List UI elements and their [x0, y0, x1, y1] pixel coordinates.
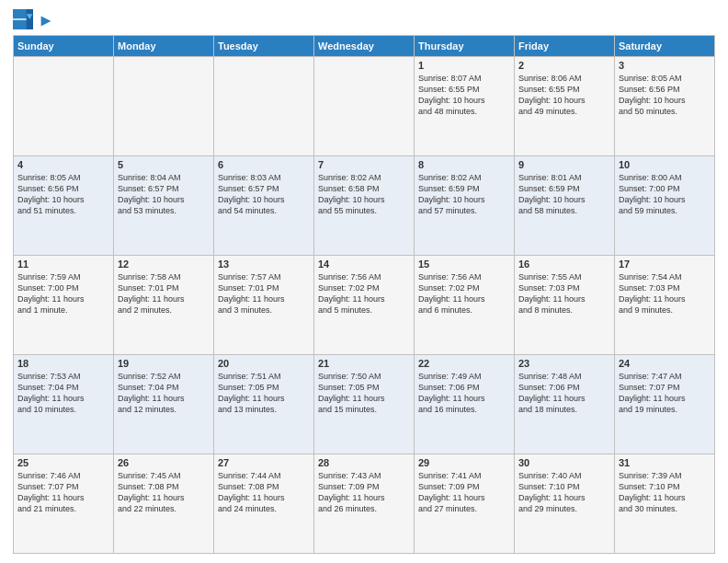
calendar-cell: 10Sunrise: 8:00 AM Sunset: 7:00 PM Dayli… — [615, 156, 715, 256]
weekday-header-monday: Monday — [114, 36, 214, 57]
calendar-cell: 7Sunrise: 8:02 AM Sunset: 6:58 PM Daylig… — [314, 156, 415, 256]
svg-marker-4 — [41, 17, 51, 27]
logo-icon — [13, 9, 33, 29]
day-info: Sunrise: 8:02 AM Sunset: 6:59 PM Dayligh… — [418, 172, 510, 217]
day-number: 19 — [118, 358, 210, 369]
calendar-cell: 8Sunrise: 8:02 AM Sunset: 6:59 PM Daylig… — [415, 156, 515, 256]
day-info: Sunrise: 7:58 AM Sunset: 7:01 PM Dayligh… — [118, 271, 210, 316]
calendar-cell: 12Sunrise: 7:58 AM Sunset: 7:01 PM Dayli… — [114, 256, 214, 355]
logo-arrow-icon — [38, 13, 54, 29]
logo-text — [37, 13, 55, 26]
calendar-week-5: 25Sunrise: 7:46 AM Sunset: 7:07 PM Dayli… — [14, 454, 715, 554]
day-number: 28 — [318, 457, 410, 468]
day-number: 25 — [17, 457, 109, 468]
day-info: Sunrise: 7:53 AM Sunset: 7:04 PM Dayligh… — [17, 371, 109, 416]
weekday-header-saturday: Saturday — [615, 36, 715, 57]
weekday-header-sunday: Sunday — [14, 36, 114, 57]
weekday-row: SundayMondayTuesdayWednesdayThursdayFrid… — [14, 36, 715, 57]
day-info: Sunrise: 7:49 AM Sunset: 7:06 PM Dayligh… — [418, 371, 510, 416]
day-number: 11 — [17, 259, 109, 270]
day-info: Sunrise: 7:52 AM Sunset: 7:04 PM Dayligh… — [118, 371, 210, 416]
day-info: Sunrise: 7:48 AM Sunset: 7:06 PM Dayligh… — [518, 371, 610, 416]
day-info: Sunrise: 7:55 AM Sunset: 7:03 PM Dayligh… — [518, 271, 610, 316]
day-number: 17 — [619, 259, 711, 270]
day-number: 10 — [619, 159, 711, 170]
calendar-cell: 16Sunrise: 7:55 AM Sunset: 7:03 PM Dayli… — [515, 256, 615, 355]
day-info: Sunrise: 8:06 AM Sunset: 6:55 PM Dayligh… — [518, 73, 610, 118]
day-number: 4 — [17, 159, 109, 170]
calendar-cell: 9Sunrise: 8:01 AM Sunset: 6:59 PM Daylig… — [515, 156, 615, 256]
calendar-cell: 17Sunrise: 7:54 AM Sunset: 7:03 PM Dayli… — [615, 256, 715, 355]
day-info: Sunrise: 7:50 AM Sunset: 7:05 PM Dayligh… — [318, 371, 410, 416]
day-info: Sunrise: 7:54 AM Sunset: 7:03 PM Dayligh… — [619, 271, 711, 316]
day-number: 5 — [118, 159, 210, 170]
calendar-cell: 30Sunrise: 7:40 AM Sunset: 7:10 PM Dayli… — [515, 454, 615, 554]
calendar-cell: 14Sunrise: 7:56 AM Sunset: 7:02 PM Dayli… — [314, 256, 415, 355]
weekday-header-tuesday: Tuesday — [214, 36, 314, 57]
calendar-cell: 1Sunrise: 8:07 AM Sunset: 6:55 PM Daylig… — [415, 57, 515, 156]
calendar-week-4: 18Sunrise: 7:53 AM Sunset: 7:04 PM Dayli… — [14, 355, 715, 454]
day-number: 7 — [318, 159, 410, 170]
calendar-cell — [314, 57, 415, 156]
calendar-cell: 23Sunrise: 7:48 AM Sunset: 7:06 PM Dayli… — [515, 355, 615, 454]
calendar-week-3: 11Sunrise: 7:59 AM Sunset: 7:00 PM Dayli… — [14, 256, 715, 355]
day-number: 6 — [218, 159, 310, 170]
calendar-cell: 15Sunrise: 7:56 AM Sunset: 7:02 PM Dayli… — [415, 256, 515, 355]
calendar-cell — [114, 57, 214, 156]
day-info: Sunrise: 7:46 AM Sunset: 7:07 PM Dayligh… — [17, 470, 109, 515]
calendar-cell: 21Sunrise: 7:50 AM Sunset: 7:05 PM Dayli… — [314, 355, 415, 454]
calendar-cell: 27Sunrise: 7:44 AM Sunset: 7:08 PM Dayli… — [214, 454, 314, 554]
day-number: 15 — [418, 259, 510, 270]
calendar-week-1: 1Sunrise: 8:07 AM Sunset: 6:55 PM Daylig… — [14, 57, 715, 156]
day-info: Sunrise: 7:57 AM Sunset: 7:01 PM Dayligh… — [218, 271, 310, 316]
day-number: 9 — [518, 159, 610, 170]
calendar-cell: 31Sunrise: 7:39 AM Sunset: 7:10 PM Dayli… — [615, 454, 715, 554]
day-info: Sunrise: 8:02 AM Sunset: 6:58 PM Dayligh… — [318, 172, 410, 217]
logo — [13, 9, 55, 29]
day-info: Sunrise: 8:03 AM Sunset: 6:57 PM Dayligh… — [218, 172, 310, 217]
day-info: Sunrise: 7:40 AM Sunset: 7:10 PM Dayligh… — [518, 470, 610, 515]
day-number: 30 — [518, 457, 610, 468]
day-info: Sunrise: 7:41 AM Sunset: 7:09 PM Dayligh… — [418, 470, 510, 515]
day-number: 2 — [518, 60, 610, 71]
weekday-header-thursday: Thursday — [415, 36, 515, 57]
day-number: 3 — [619, 60, 711, 71]
day-number: 27 — [218, 457, 310, 468]
day-info: Sunrise: 8:05 AM Sunset: 6:56 PM Dayligh… — [17, 172, 109, 217]
day-number: 24 — [619, 358, 711, 369]
calendar-week-2: 4Sunrise: 8:05 AM Sunset: 6:56 PM Daylig… — [14, 156, 715, 256]
day-number: 23 — [518, 358, 610, 369]
calendar-cell — [214, 57, 314, 156]
calendar-cell: 26Sunrise: 7:45 AM Sunset: 7:08 PM Dayli… — [114, 454, 214, 554]
svg-marker-2 — [27, 9, 33, 29]
calendar-cell: 11Sunrise: 7:59 AM Sunset: 7:00 PM Dayli… — [14, 256, 114, 355]
weekday-header-friday: Friday — [515, 36, 615, 57]
calendar-cell: 2Sunrise: 8:06 AM Sunset: 6:55 PM Daylig… — [515, 57, 615, 156]
calendar-cell: 28Sunrise: 7:43 AM Sunset: 7:09 PM Dayli… — [314, 454, 415, 554]
page: SundayMondayTuesdayWednesdayThursdayFrid… — [0, 0, 728, 563]
weekday-header-wednesday: Wednesday — [314, 36, 415, 57]
day-number: 1 — [418, 60, 510, 71]
day-number: 29 — [418, 457, 510, 468]
day-info: Sunrise: 8:00 AM Sunset: 7:00 PM Dayligh… — [619, 172, 711, 217]
day-number: 18 — [17, 358, 109, 369]
day-number: 8 — [418, 159, 510, 170]
calendar-cell: 4Sunrise: 8:05 AM Sunset: 6:56 PM Daylig… — [14, 156, 114, 256]
day-info: Sunrise: 7:59 AM Sunset: 7:00 PM Dayligh… — [17, 271, 109, 316]
day-info: Sunrise: 7:56 AM Sunset: 7:02 PM Dayligh… — [418, 271, 510, 316]
day-info: Sunrise: 7:47 AM Sunset: 7:07 PM Dayligh… — [619, 371, 711, 416]
day-number: 13 — [218, 259, 310, 270]
day-info: Sunrise: 8:05 AM Sunset: 6:56 PM Dayligh… — [619, 73, 711, 118]
day-info: Sunrise: 7:43 AM Sunset: 7:09 PM Dayligh… — [318, 470, 410, 515]
day-number: 21 — [318, 358, 410, 369]
day-number: 16 — [518, 259, 610, 270]
day-info: Sunrise: 8:01 AM Sunset: 6:59 PM Dayligh… — [518, 172, 610, 217]
header — [13, 9, 715, 29]
calendar-cell: 20Sunrise: 7:51 AM Sunset: 7:05 PM Dayli… — [214, 355, 314, 454]
day-info: Sunrise: 7:45 AM Sunset: 7:08 PM Dayligh… — [118, 470, 210, 515]
calendar-header: SundayMondayTuesdayWednesdayThursdayFrid… — [14, 36, 715, 57]
day-number: 22 — [418, 358, 510, 369]
calendar-cell: 24Sunrise: 7:47 AM Sunset: 7:07 PM Dayli… — [615, 355, 715, 454]
day-info: Sunrise: 7:56 AM Sunset: 7:02 PM Dayligh… — [318, 271, 410, 316]
day-info: Sunrise: 7:51 AM Sunset: 7:05 PM Dayligh… — [218, 371, 310, 416]
